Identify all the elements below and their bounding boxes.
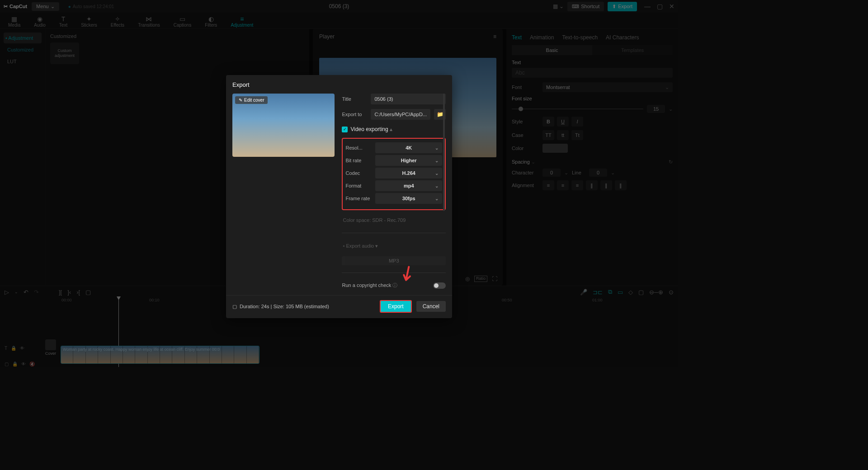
duration-text: ▢Duration: 24s | Size: 105 MB (estimated… bbox=[232, 304, 329, 310]
resolution-label: Resol... bbox=[345, 145, 373, 150]
audio-format-select: MP3 bbox=[342, 256, 446, 265]
exportto-label: Export to bbox=[342, 112, 367, 117]
modal-title: Export bbox=[226, 81, 452, 94]
copyright-label: Run a copyright check ⓘ bbox=[342, 282, 397, 289]
cancel-button[interactable]: Cancel bbox=[416, 301, 446, 312]
exportto-input[interactable]: C:/Users/MyPC/AppD... bbox=[371, 109, 430, 120]
export-modal: Export ✎Edit cover Title 0506 (3) Export… bbox=[226, 75, 452, 318]
edit-cover-button[interactable]: ✎Edit cover bbox=[235, 96, 268, 104]
framerate-select[interactable]: 30fps bbox=[375, 193, 442, 204]
codec-select[interactable]: H.264 bbox=[375, 168, 442, 179]
cover-preview: ✎Edit cover bbox=[232, 94, 335, 157]
copyright-toggle[interactable] bbox=[433, 282, 446, 289]
resolution-select[interactable]: 4K bbox=[375, 142, 442, 153]
framerate-label: Frame rate bbox=[345, 196, 373, 201]
colorspace-text: Color space: SDR - Rec.709 bbox=[342, 215, 446, 226]
format-label: Format bbox=[345, 183, 373, 188]
highlight-annotation: Resol... 4K Bit rate Higher Codec H.264 … bbox=[342, 138, 446, 210]
bitrate-select[interactable]: Higher bbox=[375, 155, 442, 166]
codec-label: Codec bbox=[345, 170, 373, 176]
export-audio-toggle[interactable]: ▫ Export audio ▾ bbox=[342, 240, 446, 252]
scrollbar[interactable] bbox=[443, 94, 445, 211]
bitrate-label: Bit rate bbox=[345, 158, 373, 163]
video-exporting-checkbox[interactable]: ✓ bbox=[342, 127, 348, 132]
title-label: Title bbox=[342, 96, 367, 102]
export-button[interactable]: Export bbox=[380, 300, 412, 313]
title-input[interactable]: 0506 (3) bbox=[371, 94, 446, 104]
format-select[interactable]: mp4 bbox=[375, 180, 442, 191]
video-exporting-label: Video exporting ▴ bbox=[350, 126, 392, 132]
